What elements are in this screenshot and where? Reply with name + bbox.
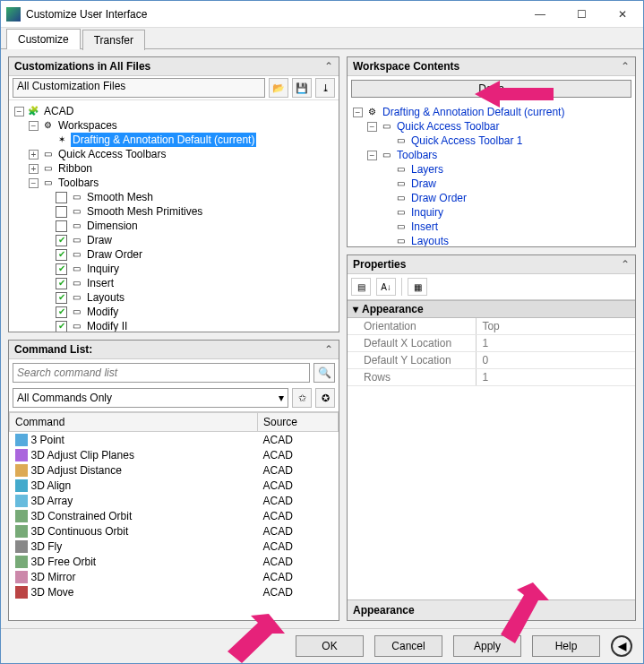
customizations-header[interactable]: Customizations in All Files ⌃ xyxy=(9,57,339,76)
ws-item[interactable]: Layers xyxy=(409,162,445,177)
tree-workspaces[interactable]: Workspaces xyxy=(56,118,119,133)
tree-item[interactable]: Insert xyxy=(85,276,116,290)
checkbox[interactable] xyxy=(56,220,67,232)
checkbox[interactable]: ✔ xyxy=(56,235,67,246)
ws-item[interactable]: Layouts xyxy=(409,234,451,246)
close-button[interactable]: ✕ xyxy=(602,1,643,28)
apply-button[interactable]: Apply xyxy=(453,635,521,657)
command-icon xyxy=(15,540,28,553)
new-cmd-icon[interactable]: ✪ xyxy=(315,388,335,408)
prop-value[interactable]: 0 xyxy=(477,352,635,368)
tree-item[interactable]: Draw Order xyxy=(85,247,144,262)
ws-item[interactable]: Insert xyxy=(409,220,440,234)
alphabetical-icon[interactable]: A↓ xyxy=(376,278,396,296)
cancel-button[interactable]: Cancel xyxy=(374,635,442,657)
command-row[interactable]: 3D MoveACAD xyxy=(10,584,339,599)
checkbox[interactable] xyxy=(56,192,67,203)
customization-files-combo[interactable]: All Customization Files xyxy=(13,78,265,98)
tab-customize[interactable]: Customize xyxy=(6,29,81,49)
tree-item[interactable]: Smooth Mesh xyxy=(85,190,155,204)
ws-qat[interactable]: Quick Access Toolbar xyxy=(395,119,502,134)
workspace-contents-header[interactable]: Workspace Contents ⌃ xyxy=(348,57,635,76)
search-input[interactable] xyxy=(13,363,310,383)
ws-item[interactable]: Draw Order xyxy=(409,191,468,205)
checkbox[interactable] xyxy=(56,206,67,218)
find-icon[interactable]: ✩ xyxy=(292,388,312,408)
tree-item[interactable]: Draw xyxy=(85,233,114,247)
command-row[interactable]: 3D MirrorACAD xyxy=(10,569,339,584)
command-row[interactable]: 3D FlyACAD xyxy=(10,539,339,554)
tree-item[interactable]: Inquiry xyxy=(85,262,121,276)
tree-item[interactable]: Layouts xyxy=(85,290,126,305)
command-row[interactable]: 3D Adjust DistanceACAD xyxy=(10,462,339,478)
prop-value[interactable]: Top xyxy=(477,318,635,334)
tree-acad[interactable]: ACAD xyxy=(42,104,75,118)
prop-value[interactable]: 1 xyxy=(477,369,635,385)
command-row[interactable]: 3D ArrayACAD xyxy=(10,493,339,508)
search-icon[interactable]: 🔍 xyxy=(313,363,335,383)
gear-star-icon: ✶ xyxy=(56,134,68,146)
minimize-button[interactable]: — xyxy=(519,1,561,28)
ok-button[interactable]: OK xyxy=(296,635,364,657)
command-icon xyxy=(15,525,28,538)
maximize-button[interactable]: ☐ xyxy=(561,1,602,28)
ws-item[interactable]: Inquiry xyxy=(409,205,445,220)
collapse-icon[interactable]: ⌃ xyxy=(324,60,333,73)
command-filter-combo[interactable]: All Commands Only▾ xyxy=(13,388,288,408)
tree-item[interactable]: Smooth Mesh Primitives xyxy=(85,204,204,219)
tree-ribbon[interactable]: Ribbon xyxy=(56,161,94,176)
ws-item[interactable]: Draw xyxy=(409,177,438,191)
tree-item[interactable]: Modify xyxy=(85,305,120,319)
chevron-down-icon[interactable]: ▾ xyxy=(353,303,358,315)
checkbox[interactable]: ✔ xyxy=(56,278,67,289)
command-row[interactable]: 3D Adjust Clip PlanesACAD xyxy=(10,447,339,462)
property-pages-icon[interactable]: ▦ xyxy=(408,278,427,296)
checkbox[interactable]: ✔ xyxy=(56,292,67,304)
command-table[interactable]: Command Source 3 PointACAD3D Adjust Clip… xyxy=(9,411,339,620)
command-row[interactable]: 3D Free OrbitACAD xyxy=(10,554,339,569)
prop-key: Default Y Location xyxy=(348,352,477,368)
checkbox[interactable]: ✔ xyxy=(56,321,67,332)
open-file-icon[interactable]: 📂 xyxy=(269,78,288,98)
collapse-icon[interactable]: ⌃ xyxy=(621,60,630,73)
property-description: Appearance xyxy=(348,599,635,620)
workspace-tree[interactable]: −⚙Drafting & Annotation Default (current… xyxy=(348,101,635,246)
ws-root[interactable]: Drafting & Annotation Default (current) xyxy=(381,105,566,119)
save-icon[interactable]: 💾 xyxy=(292,78,312,98)
command-row[interactable]: 3 PointACAD xyxy=(10,432,339,448)
collapse-icon[interactable]: ⌃ xyxy=(621,258,630,271)
command-icon xyxy=(15,586,28,599)
command-icon xyxy=(15,434,28,446)
save-as-icon[interactable]: ⤓ xyxy=(315,78,335,98)
window-title: Customize User Interface xyxy=(26,8,519,21)
tree-item[interactable]: Modify II xyxy=(85,319,129,332)
tree-ws-current[interactable]: Drafting & Annotation Default (current) xyxy=(71,133,256,147)
prop-value[interactable]: 1 xyxy=(477,335,635,351)
prop-key: Rows xyxy=(348,369,477,385)
tree-item[interactable]: Dimension xyxy=(85,219,140,233)
ws-qat1[interactable]: Quick Access Toolbar 1 xyxy=(409,134,525,148)
tree-qat[interactable]: Quick Access Toolbars xyxy=(56,147,168,161)
help-button[interactable]: Help xyxy=(532,635,600,657)
command-row[interactable]: 3D AlignACAD xyxy=(10,478,339,493)
tab-transfer[interactable]: Transfer xyxy=(82,30,145,50)
customizations-tree[interactable]: −🧩ACAD −⚙Workspaces ✶Drafting & Annotati… xyxy=(9,100,339,332)
th-command[interactable]: Command xyxy=(10,413,258,432)
ribbon-icon: ▭ xyxy=(41,162,54,175)
command-list-header[interactable]: Command List: ⌃ xyxy=(9,341,339,359)
back-icon[interactable]: ◀ xyxy=(611,635,632,657)
properties-header[interactable]: Properties ⌃ xyxy=(348,255,635,274)
collapse-icon[interactable]: ⌃ xyxy=(324,343,333,356)
tree-toolbars[interactable]: Toolbars xyxy=(56,176,100,190)
done-button[interactable]: Done xyxy=(351,80,631,98)
categorized-icon[interactable]: ▤ xyxy=(351,278,371,296)
property-grid[interactable]: ▾Appearance OrientationTop Default X Loc… xyxy=(348,300,635,386)
checkbox[interactable]: ✔ xyxy=(56,306,67,318)
th-source[interactable]: Source xyxy=(258,413,339,432)
ws-toolbars[interactable]: Toolbars xyxy=(395,148,439,162)
command-row[interactable]: 3D Continuous OrbitACAD xyxy=(10,523,339,539)
checkbox[interactable]: ✔ xyxy=(56,263,67,275)
command-row[interactable]: 3D Constrained OrbitACAD xyxy=(10,508,339,523)
checkbox[interactable]: ✔ xyxy=(56,249,67,261)
customizations-title: Customizations in All Files xyxy=(14,60,150,73)
